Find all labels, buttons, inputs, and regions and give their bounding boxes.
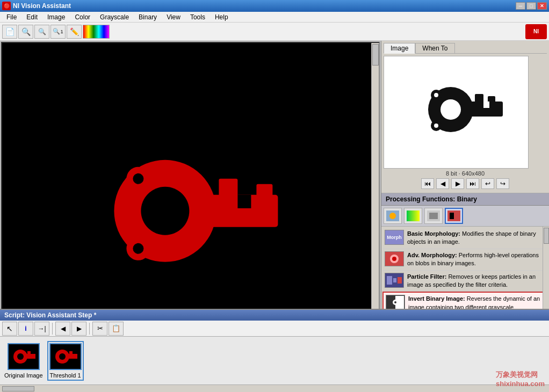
nav-first[interactable]: ⏮ xyxy=(421,178,434,189)
open-tool[interactable]: 📄 xyxy=(2,25,17,39)
menu-tools[interactable]: Tools xyxy=(186,12,210,22)
preview-tabs: Image When To xyxy=(384,43,547,54)
svg-point-48 xyxy=(59,353,66,360)
svg-point-29 xyxy=(392,257,396,261)
menu-image[interactable]: Image xyxy=(43,12,69,22)
script-panel: Script: Vision Assistant Step * ↖ i →| ◀… xyxy=(0,309,549,392)
proc-item-particle[interactable]: Particle Filter: Removes or keeps partic… xyxy=(382,271,548,292)
proc-cat-color[interactable] xyxy=(384,208,402,224)
proc-icon-particle xyxy=(385,273,404,288)
preview-area: Image When To xyxy=(381,41,549,193)
svg-rect-7 xyxy=(219,179,237,196)
menu-bar: File Edit Image Color Grayscale Binary V… xyxy=(0,12,549,23)
proc-cat-binary[interactable] xyxy=(445,208,463,224)
svg-point-22 xyxy=(389,213,396,219)
preview-nav: ⏮ ◀ ▶ ⏭ ↩ ↪ xyxy=(384,178,547,189)
svg-rect-23 xyxy=(407,210,420,221)
preview-image xyxy=(402,69,510,155)
zoom-in-tool[interactable]: 🔍 xyxy=(18,25,33,39)
nav-prev[interactable]: ◀ xyxy=(436,178,449,189)
svg-rect-8 xyxy=(256,184,272,196)
proc-item-morph[interactable]: Morph Basic Morphology: Modifies the sha… xyxy=(382,228,548,249)
nav-forward[interactable]: ↪ xyxy=(496,178,509,189)
script-item-threshold[interactable]: Threshold 1 xyxy=(47,341,84,381)
script-thumb-threshold xyxy=(49,343,82,370)
svg-rect-25 xyxy=(429,213,438,219)
step-back-tool[interactable]: ◀ xyxy=(55,322,70,336)
cursor-tool[interactable]: ↖ xyxy=(2,322,17,336)
svg-rect-45 xyxy=(27,351,31,354)
run-tool[interactable]: →| xyxy=(34,322,49,336)
svg-rect-9 xyxy=(237,195,251,208)
svg-rect-50 xyxy=(69,351,73,354)
menu-help[interactable]: Help xyxy=(211,12,233,22)
ni-logo: NI xyxy=(525,24,547,39)
script-scrollbar[interactable] xyxy=(0,384,549,392)
pencil-tool[interactable]: ✏️ xyxy=(67,25,82,39)
svg-rect-44 xyxy=(26,354,35,359)
proc-cat-gray[interactable] xyxy=(424,208,443,224)
svg-rect-31 xyxy=(393,278,396,282)
proc-icon-adv-morph xyxy=(385,251,404,266)
menu-view[interactable]: View xyxy=(162,12,185,22)
script-items-container: Original Image Threshold 1 xyxy=(0,337,549,384)
info-tool[interactable]: i xyxy=(18,322,33,336)
tab-when-to[interactable]: When To xyxy=(415,43,454,53)
svg-point-36 xyxy=(394,301,396,303)
window-controls: ─ □ ✕ xyxy=(516,2,547,10)
preview-info: 8 bit · 640x480 xyxy=(384,170,547,177)
svg-point-12 xyxy=(440,99,461,120)
svg-rect-18 xyxy=(475,94,483,103)
app-icon: 🔴 xyxy=(2,2,11,10)
svg-point-3 xyxy=(133,173,143,184)
svg-rect-49 xyxy=(68,354,77,359)
script-content: Original Image Threshold 1 xyxy=(0,337,549,384)
zoom-reset-tool[interactable]: 🔍1 xyxy=(50,25,66,39)
close-button[interactable]: ✕ xyxy=(537,2,547,10)
proc-text-particle: Particle Filter: Removes or keeps partic… xyxy=(407,273,546,289)
processing-icon-bar xyxy=(381,206,549,227)
cut-tool[interactable]: ✂ xyxy=(92,322,107,336)
svg-rect-30 xyxy=(387,276,392,285)
script-title: Script: Vision Assistant Step * xyxy=(0,310,549,321)
proc-text-adv-morph: Adv. Morphology: Performs high-level ope… xyxy=(407,251,546,268)
menu-color[interactable]: Color xyxy=(70,12,95,22)
nav-next[interactable]: ▶ xyxy=(451,178,464,189)
svg-point-1 xyxy=(141,187,189,235)
maximize-button[interactable]: □ xyxy=(526,2,536,10)
main-image xyxy=(84,120,288,302)
preview-image-box xyxy=(384,56,529,169)
title-bar: 🔴 NI Vision Assistant ─ □ ✕ xyxy=(0,0,549,12)
script-thumb-original xyxy=(8,343,40,370)
proc-text-morph: Basic Morphology: Modifies the shape of … xyxy=(407,230,546,246)
svg-rect-20 xyxy=(483,101,489,108)
menu-binary[interactable]: Binary xyxy=(134,12,161,22)
svg-point-16 xyxy=(434,124,438,128)
main-toolbar: 📄 🔍 🔍 🔍1 ✏️ NI xyxy=(0,23,549,41)
minimize-button[interactable]: ─ xyxy=(516,2,525,10)
svg-point-14 xyxy=(434,93,438,97)
colorbar-tool[interactable] xyxy=(83,25,110,39)
proc-icon-invert xyxy=(386,295,405,310)
svg-rect-32 xyxy=(398,277,402,284)
menu-edit[interactable]: Edit xyxy=(22,12,42,22)
app-title: NI Vision Assistant xyxy=(13,2,516,10)
proc-item-adv-morph[interactable]: Adv. Morphology: Performs high-level ope… xyxy=(382,249,548,271)
nav-last[interactable]: ⏭ xyxy=(466,178,479,189)
nav-back[interactable]: ↩ xyxy=(481,178,494,189)
menu-file[interactable]: File xyxy=(2,12,21,22)
step-fwd-tool[interactable]: ▶ xyxy=(71,322,86,336)
proc-cat-gradient[interactable] xyxy=(404,208,422,224)
zoom-out-tool[interactable]: 🔍 xyxy=(34,25,49,39)
proc-icon-morph: Morph xyxy=(385,230,404,245)
script-label-original: Original Image xyxy=(4,372,43,379)
svg-rect-27 xyxy=(450,213,454,219)
script-item-original[interactable]: Original Image xyxy=(4,343,43,379)
tab-image[interactable]: Image xyxy=(384,43,415,54)
svg-point-43 xyxy=(17,353,24,360)
script-toolbar: ↖ i →| ◀ ▶ ✂ 📋 xyxy=(0,321,549,337)
paste-tool[interactable]: 📋 xyxy=(109,322,124,336)
script-label-threshold: Threshold 1 xyxy=(50,372,81,379)
menu-grayscale[interactable]: Grayscale xyxy=(96,12,133,22)
processing-title: Processing Functions: Binary xyxy=(381,193,549,206)
